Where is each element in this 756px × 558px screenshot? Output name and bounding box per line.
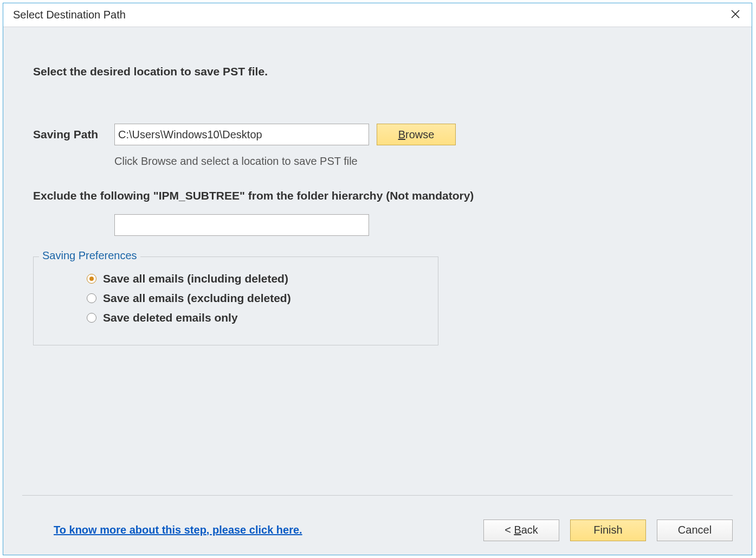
exclude-input[interactable] [114, 214, 369, 236]
browse-button[interactable]: Browse [377, 124, 456, 145]
footer-buttons: < Back Finish Cancel [483, 519, 733, 541]
browse-button-label-rest: rowse [405, 129, 434, 140]
radio-option-deleted-only[interactable]: Save deleted emails only [87, 311, 425, 324]
title-bar: Select Destination Path [3, 3, 752, 27]
saving-preferences-legend: Saving Preferences [39, 249, 140, 262]
close-button[interactable] [723, 4, 747, 26]
instruction-text: Select the desired location to save PST … [33, 65, 722, 78]
dialog-content: Select the desired location to save PST … [3, 27, 752, 495]
help-link[interactable]: To know more about this step, please cli… [54, 524, 302, 536]
radio-label: Save deleted emails only [103, 311, 238, 324]
exclude-label: Exclude the following "IPM_SUBTREE" from… [33, 189, 722, 202]
saving-path-label: Saving Path [33, 128, 114, 141]
saving-path-hint: Click Browse and select a location to sa… [114, 155, 722, 168]
close-icon [731, 8, 740, 22]
back-button[interactable]: < Back [483, 519, 559, 541]
exclude-row [114, 214, 722, 236]
saving-preferences-group: Saving Preferences Save all emails (incl… [33, 256, 438, 345]
saving-path-row: Saving Path Browse [33, 124, 722, 145]
radio-icon [87, 313, 96, 323]
dialog-window: Select Destination Path Select the desir… [3, 3, 752, 555]
finish-button[interactable]: Finish [570, 519, 646, 541]
dialog-title: Select Destination Path [13, 9, 126, 21]
radio-label: Save all emails (including deleted) [103, 272, 288, 285]
radio-icon [87, 274, 96, 284]
dialog-footer: To know more about this step, please cli… [22, 495, 733, 555]
radio-option-exclude-deleted[interactable]: Save all emails (excluding deleted) [87, 292, 425, 305]
cancel-button[interactable]: Cancel [657, 519, 733, 541]
radio-group: Save all emails (including deleted) Save… [87, 272, 425, 324]
radio-option-include-deleted[interactable]: Save all emails (including deleted) [87, 272, 425, 285]
radio-icon [87, 293, 96, 303]
saving-path-input[interactable] [114, 124, 369, 145]
radio-label: Save all emails (excluding deleted) [103, 292, 291, 305]
